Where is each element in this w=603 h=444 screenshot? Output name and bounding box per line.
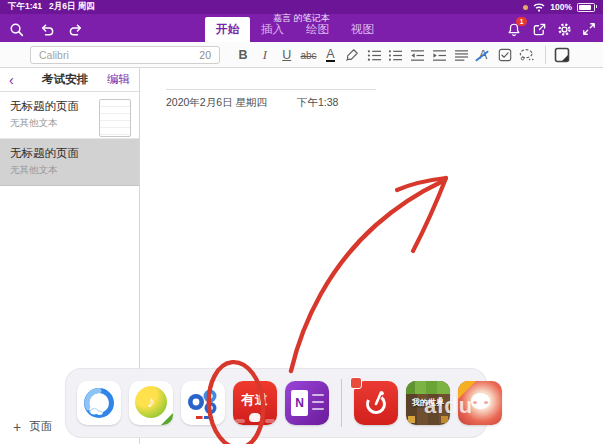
youdao-label: 有道	[241, 391, 269, 409]
cloud-decoration	[235, 419, 245, 423]
italic-label: I	[263, 48, 267, 63]
cheek-dot	[484, 401, 488, 404]
italic-button[interactable]: I	[256, 46, 274, 64]
edit-button[interactable]: 编辑	[107, 72, 130, 87]
bold-button[interactable]: B	[234, 46, 252, 64]
onenote-line	[312, 401, 324, 403]
font-color-label: A	[326, 48, 334, 62]
app-game[interactable]	[458, 381, 502, 425]
ink-style-button[interactable]: A	[474, 46, 492, 64]
tab-insert[interactable]: 插入	[250, 17, 295, 42]
add-page-button[interactable]: + 页面	[13, 419, 52, 434]
strikethrough-button[interactable]: abc	[300, 46, 318, 64]
page-note-icon[interactable]	[553, 46, 571, 64]
leaf-corner-icon	[160, 412, 173, 425]
page-list-item-selected[interactable]: 无标题的页面 无其他文本	[0, 139, 139, 186]
plus-icon: +	[13, 421, 21, 433]
section-title: 考试安排	[23, 72, 107, 87]
sidebar-header: ‹ 考试安排 编辑	[0, 68, 139, 92]
qq-browser-icon	[82, 386, 116, 420]
ribbon-tabs: 开始 插入 绘图 视图	[205, 17, 385, 42]
cloud-decoration	[265, 419, 275, 423]
app-youdao-dictionary[interactable]: 有道	[233, 381, 277, 425]
increase-indent-icon[interactable]	[431, 46, 449, 64]
app-baidu-netdisk[interactable]	[181, 381, 225, 425]
onenote-line	[312, 408, 324, 410]
strikethrough-label: abc	[300, 50, 316, 61]
page-subtitle: 无其他文本	[10, 164, 129, 177]
onenote-line	[312, 394, 324, 396]
todo-checkbox-icon[interactable]	[496, 46, 514, 64]
wifi-icon	[533, 2, 545, 12]
numbered-list-icon[interactable]	[387, 46, 405, 64]
youdao-mascot	[249, 413, 261, 422]
ribbon-bar: 嘉言 的笔记本 开始 插入 绘图 视图 1	[0, 14, 603, 42]
grass-block	[406, 381, 450, 394]
app-netease-cloud-music[interactable]	[354, 381, 398, 425]
font-name-value: Calibri	[39, 49, 69, 61]
page-date: 2020年2月6日 星期四	[166, 96, 267, 110]
app-qq-browser[interactable]	[77, 381, 121, 425]
minecraft-label: 我的世界	[406, 397, 450, 408]
update-badge	[350, 377, 362, 389]
font-size-value: 20	[199, 49, 211, 61]
minecraft-icon: 我的世界	[406, 381, 450, 425]
toolbar-divider	[545, 46, 546, 64]
notification-badge: 1	[516, 17, 527, 26]
underline-button[interactable]: U	[278, 46, 296, 64]
battery-percent: 100%	[550, 2, 572, 12]
youdao-icon: 有道	[233, 381, 277, 425]
baidu-netdisk-icon	[183, 383, 223, 423]
page-dateline: 2020年2月6日 星期四 下午1:38	[166, 96, 338, 110]
page-title: 无标题的页面	[10, 146, 129, 161]
bold-label: B	[238, 48, 247, 62]
app-minecraft[interactable]: 我的世界	[406, 381, 450, 425]
page-thumbnail	[99, 99, 131, 137]
corner-ribbon	[458, 381, 476, 399]
gold-block	[408, 416, 415, 423]
redo-button[interactable]	[68, 21, 84, 37]
highlighter-icon[interactable]	[343, 46, 361, 64]
back-chevron-icon[interactable]: ‹	[9, 73, 23, 87]
battery-icon	[577, 3, 595, 12]
ipad-screen: 下午1:41 2月6日 周四 100% 嘉言 的笔记本 开始	[0, 0, 603, 444]
underline-label: U	[282, 48, 291, 62]
onenote-n-letter: N	[291, 390, 308, 416]
page-time: 下午1:38	[297, 96, 338, 110]
onenote-icon: N	[285, 381, 329, 425]
bulleted-list-icon[interactable]	[365, 46, 383, 64]
font-picker[interactable]: Calibri 20	[30, 46, 220, 64]
settings-gear-icon[interactable]	[556, 21, 572, 37]
undo-button[interactable]	[38, 21, 54, 37]
dock: ♪ 有道 N	[65, 368, 487, 438]
app-onenote[interactable]: N	[285, 381, 329, 425]
page-list-item[interactable]: 无标题的页面 无其他文本	[0, 92, 139, 139]
app-qq-music[interactable]: ♪	[129, 381, 173, 425]
game-icon	[458, 381, 502, 425]
music-note-glyph: ♪	[147, 393, 155, 411]
gold-block	[441, 416, 448, 423]
dock-separator	[341, 379, 342, 427]
cheek-dot	[473, 401, 477, 404]
fullscreen-expand-icon[interactable]	[581, 21, 597, 37]
status-indicator-icon	[523, 5, 528, 10]
search-button[interactable]	[8, 21, 24, 37]
align-justify-icon[interactable]	[452, 46, 470, 64]
format-toolbar: Calibri 20 B I U abc A	[0, 42, 603, 68]
add-page-label: 页面	[29, 419, 52, 434]
share-button[interactable]	[531, 21, 547, 37]
tab-view[interactable]: 视图	[340, 17, 385, 42]
lasso-select-icon[interactable]	[518, 46, 536, 64]
decrease-indent-icon[interactable]	[409, 46, 427, 64]
font-color-button[interactable]: A	[321, 46, 339, 64]
tab-home[interactable]: 开始	[205, 17, 250, 42]
notifications-button[interactable]: 1	[506, 21, 522, 37]
page-title-underline	[166, 89, 376, 90]
tab-draw[interactable]: 绘图	[295, 17, 340, 42]
